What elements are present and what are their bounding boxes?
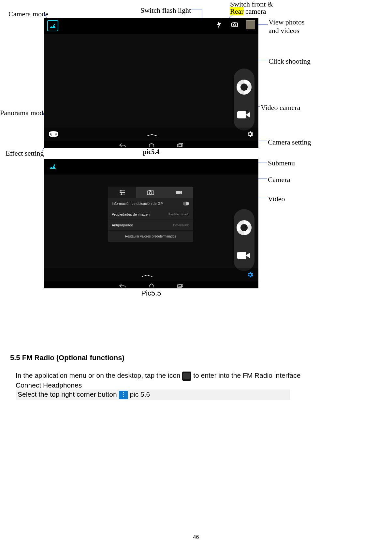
shutter-button[interactable] <box>237 80 252 95</box>
callout-switch-flash-label: Switch flash light <box>140 6 191 15</box>
camera-mode-button[interactable] <box>47 20 58 31</box>
nav-recents-button[interactable] <box>177 143 183 147</box>
svg-point-11 <box>55 133 57 135</box>
nav-home-button[interactable] <box>149 143 154 147</box>
callout-panorama-mode-label: Panorama mode <box>0 109 46 117</box>
svg-rect-21 <box>176 191 180 194</box>
camera-settings-button-2[interactable] <box>247 271 254 278</box>
screenshot-pic54: ︿ <box>44 18 258 148</box>
section-5-5-title: 5.5 FM Radio (Optional functions) <box>10 354 124 362</box>
gallery-thumbnail-button[interactable] <box>246 20 255 29</box>
settings-row-gps[interactable]: Información de ubicación de GP <box>108 198 193 209</box>
expand-options-button[interactable]: ︿ <box>146 129 159 139</box>
callout-switch-front-rear-line1: Switch front & <box>230 0 273 8</box>
svg-point-7 <box>234 24 236 26</box>
section-line3-a: Select the top right corner button <box>18 390 119 398</box>
section-line1-a: In the application menu or on the deskto… <box>16 372 182 379</box>
section-line2: Connect Headphones <box>16 381 82 389</box>
callout-submenu-label: Submenu <box>268 159 295 167</box>
callout-camera-label: Camera <box>268 176 290 184</box>
svg-point-19 <box>149 191 152 194</box>
callout-camera-setting-label: Camera setting <box>268 138 311 146</box>
fm-radio-app-icon <box>182 372 191 381</box>
expand-options-button-2[interactable]: ︿ <box>141 270 154 280</box>
callout-effect-setting-label: Effect setting <box>6 149 44 158</box>
caption-pic54: pic5.4 <box>44 148 258 156</box>
svg-point-17 <box>121 193 122 195</box>
svg-point-16 <box>122 192 123 193</box>
svg-point-10 <box>50 133 51 135</box>
callout-click-shooting-label: Click shooting <box>269 57 311 66</box>
video-record-button[interactable] <box>237 110 251 120</box>
shutter-button-2[interactable] <box>237 220 252 235</box>
svg-point-14 <box>54 164 55 166</box>
gps-toggle-icon[interactable] <box>183 202 189 206</box>
callout-view-photos-label: View photos and videos <box>269 18 305 35</box>
video-record-button-2[interactable] <box>237 251 251 260</box>
nav-home-button-2[interactable] <box>149 283 154 288</box>
overflow-menu-icon <box>119 391 128 399</box>
settings-row-value: Predeterminado <box>168 213 189 216</box>
panorama-mode-button[interactable] <box>49 131 58 137</box>
section-line1-b: to enter into the FM Radio interface <box>193 372 300 379</box>
callout-camera-mode-label: Camera mode <box>8 10 49 18</box>
settings-row-label: Información de ubicación de GP <box>112 202 163 206</box>
capture-pod <box>234 69 254 130</box>
settings-tab-video[interactable] <box>165 187 193 198</box>
settings-tab-camera[interactable] <box>136 187 165 198</box>
capture-pod-2 <box>234 209 254 271</box>
settings-row-reset[interactable]: Restaurar valores predeterminados <box>108 231 193 242</box>
nav-recents-button-2[interactable] <box>177 284 183 288</box>
camera-settings-button[interactable] <box>247 130 254 138</box>
callout-video-label: Video <box>268 195 285 203</box>
screenshot-pic55: Información de ubicación de GP Propiedad… <box>44 159 258 288</box>
nav-back-button[interactable] <box>119 143 126 147</box>
settings-row-value: Desactivado <box>173 223 189 227</box>
callout-video-camera-label: Video camera <box>261 103 300 112</box>
page-number: 46 <box>0 534 392 540</box>
svg-point-15 <box>120 190 121 191</box>
settings-row-label: Propiedades de imagen <box>112 212 150 216</box>
camera-mode-button-2[interactable] <box>47 161 58 172</box>
callout-switch-front-rear-line2: Rear camera <box>230 7 266 16</box>
settings-panel: Información de ubicación de GP Propiedad… <box>108 187 193 242</box>
section-line3-b: pic 5.6 <box>130 390 150 398</box>
svg-marker-22 <box>180 191 182 194</box>
svg-rect-20 <box>149 190 151 191</box>
settings-row-antiflicker[interactable]: Antiparpadeo Desactivado <box>108 220 193 231</box>
settings-tab-submenu[interactable] <box>108 187 136 198</box>
svg-point-5 <box>54 24 55 25</box>
switch-camera-button[interactable] <box>230 20 239 29</box>
caption-pic55: Pic5.5 <box>44 289 258 298</box>
nav-back-button-2[interactable] <box>119 284 126 288</box>
settings-row-image-props[interactable]: Propiedades de imagen Predeterminado <box>108 209 193 220</box>
settings-row-label: Antiparpadeo <box>112 223 133 227</box>
flash-toggle-button[interactable] <box>215 20 223 29</box>
